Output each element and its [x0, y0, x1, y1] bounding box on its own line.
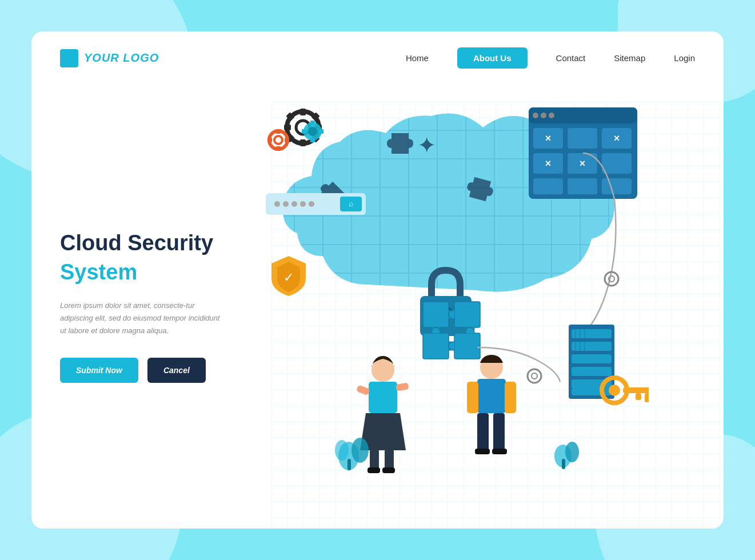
main-card: YOUR LOGO Home About Us Contact Sitemap …	[31, 31, 724, 529]
svg-rect-47	[423, 333, 449, 359]
hero-description: Lorem ipsum dolor sit amet, consecte-tur…	[60, 299, 220, 337]
logo-icon	[60, 49, 78, 67]
svg-point-53	[549, 113, 554, 118]
logo-accent: LOGO	[123, 51, 159, 64]
svg-rect-63	[602, 153, 632, 174]
nav-sitemap[interactable]: Sitemap	[614, 53, 645, 63]
search-dot5	[309, 201, 314, 207]
svg-rect-68	[572, 329, 612, 338]
svg-rect-66	[602, 178, 632, 194]
search-dot1	[274, 201, 280, 207]
plant-left	[335, 438, 369, 470]
svg-rect-65	[568, 178, 597, 194]
hero-title-line1: Cloud Security	[60, 230, 220, 257]
hero-title-line2: System	[60, 259, 220, 286]
svg-rect-98	[493, 413, 505, 450]
svg-rect-21	[300, 109, 306, 115]
svg-rect-107	[562, 459, 565, 469]
gear-small-red	[267, 129, 289, 151]
svg-rect-40	[319, 129, 323, 134]
svg-rect-95	[467, 382, 478, 413]
search-dot4	[300, 201, 306, 207]
plant-right	[554, 442, 579, 469]
shield-icon: ✓	[271, 256, 306, 296]
svg-rect-84	[636, 393, 641, 400]
left-panel: Cloud Security System Lorem ipsum dolor …	[31, 85, 249, 529]
nav-home[interactable]: Home	[406, 53, 429, 63]
svg-rect-33	[267, 138, 272, 142]
svg-point-106	[565, 442, 579, 462]
svg-point-30	[274, 136, 282, 144]
server-rack	[569, 325, 614, 399]
svg-rect-56	[568, 128, 597, 149]
search-dot2	[283, 201, 289, 207]
svg-rect-64	[533, 178, 563, 194]
svg-rect-70	[572, 354, 612, 363]
svg-point-51	[533, 113, 538, 118]
svg-rect-94	[477, 379, 506, 413]
svg-text:✓: ✓	[283, 270, 294, 285]
submit-button[interactable]: Submit Now	[60, 358, 138, 383]
connector-gear-2-inner	[532, 373, 537, 379]
svg-rect-73	[572, 389, 612, 395]
svg-rect-37	[310, 121, 315, 125]
svg-point-85	[371, 359, 394, 382]
logo-area: YOUR LOGO	[60, 49, 159, 67]
svg-text:×: ×	[545, 158, 552, 169]
main-nav: Home About Us Contact Sitemap Login	[406, 47, 695, 69]
svg-rect-87	[356, 385, 370, 395]
svg-rect-104	[347, 459, 351, 470]
svg-rect-31	[276, 129, 281, 134]
connector-gear-2	[528, 369, 541, 383]
nav-contact[interactable]: Contact	[556, 53, 586, 63]
svg-rect-100	[492, 449, 507, 454]
search-icon-text: ⌕	[349, 199, 353, 208]
svg-point-36	[308, 127, 317, 136]
nav-about[interactable]: About Us	[457, 47, 528, 69]
svg-rect-88	[396, 382, 409, 391]
svg-rect-32	[276, 146, 281, 151]
svg-point-81	[609, 385, 620, 396]
person-man	[467, 355, 516, 454]
svg-rect-89	[370, 449, 379, 469]
svg-rect-91	[367, 467, 380, 473]
svg-rect-46	[454, 302, 480, 327]
svg-rect-45	[423, 302, 449, 327]
cancel-button[interactable]: Cancel	[147, 358, 206, 383]
svg-rect-99	[475, 449, 490, 454]
svg-rect-92	[382, 467, 395, 473]
svg-rect-97	[477, 413, 489, 450]
illustration-panel: ✦	[249, 85, 724, 529]
main-illustration: ✦	[249, 85, 649, 529]
svg-rect-82	[623, 387, 649, 393]
svg-rect-34	[285, 138, 289, 142]
svg-text:×: ×	[545, 133, 552, 144]
logo-text: YOUR LOGO	[84, 51, 159, 65]
header: YOUR LOGO Home About Us Contact Sitemap …	[31, 31, 724, 85]
svg-rect-22	[300, 139, 306, 146]
svg-rect-86	[369, 382, 397, 413]
svg-rect-69	[572, 342, 612, 351]
main-content: Cloud Security System Lorem ipsum dolor …	[31, 85, 724, 529]
svg-rect-71	[572, 367, 612, 376]
outer-background: YOUR LOGO Home About Us Contact Sitemap …	[0, 0, 755, 560]
svg-point-52	[541, 113, 546, 118]
svg-rect-23	[284, 125, 291, 130]
svg-point-103	[335, 440, 349, 461]
logo-bold: YOUR	[84, 51, 119, 64]
svg-rect-96	[505, 382, 516, 413]
button-row: Submit Now Cancel	[60, 358, 220, 383]
svg-text:×: ×	[580, 158, 586, 169]
svg-rect-83	[645, 393, 649, 402]
search-dot3	[291, 201, 297, 207]
svg-rect-38	[310, 138, 315, 142]
svg-point-102	[351, 438, 369, 463]
svg-rect-90	[385, 449, 394, 469]
nav-login[interactable]: Login	[674, 53, 695, 63]
svg-rect-48	[454, 333, 480, 359]
key-icon	[602, 378, 649, 403]
svg-text:×: ×	[614, 133, 620, 144]
svg-rect-39	[302, 129, 306, 134]
puzzle-piece-top: ✦	[417, 133, 437, 158]
